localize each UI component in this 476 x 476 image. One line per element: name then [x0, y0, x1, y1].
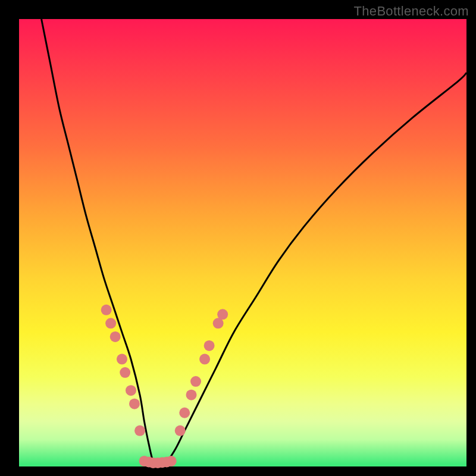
marker-dot — [190, 376, 201, 387]
marker-dot — [129, 399, 140, 409]
marker-dot — [175, 425, 186, 436]
outer-frame: TheBottleneck.com — [0, 0, 476, 476]
marker-dot — [117, 354, 127, 365]
marker-dot — [110, 331, 121, 342]
marker-dot — [217, 309, 228, 320]
marker-dot — [179, 408, 190, 418]
marker-dot — [186, 390, 197, 400]
marker-dot — [120, 367, 130, 378]
marker-dot — [126, 385, 136, 396]
marker-dot — [134, 425, 145, 436]
marker-dot — [204, 340, 215, 351]
bottleneck-curve — [42, 19, 466, 465]
chart-overlay — [19, 19, 466, 466]
marker-dot — [105, 318, 116, 328]
marker-dot — [101, 305, 112, 315]
marker-dot — [166, 456, 177, 466]
watermark-text: TheBottleneck.com — [354, 4, 469, 19]
marker-dot — [199, 354, 210, 365]
